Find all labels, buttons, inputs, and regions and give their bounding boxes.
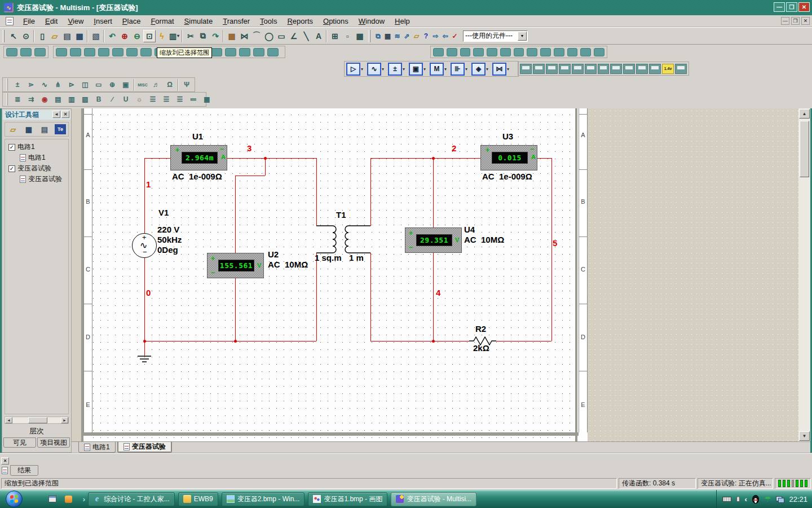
rf-family-button[interactable]: Ψ [180, 79, 193, 91]
quick-launch-app-icon[interactable] [47, 494, 58, 504]
in-use-component-button[interactable] [225, 48, 236, 56]
grapher-button[interactable]: ▥ [168, 30, 180, 42]
wire[interactable] [144, 158, 145, 233]
redo-button[interactable]: ↷ [209, 30, 222, 42]
microphone-icon[interactable] [736, 496, 740, 502]
wire[interactable] [235, 176, 265, 176]
wire[interactable] [227, 158, 316, 159]
project-bar-button[interactable]: ⧉ [373, 30, 383, 42]
chevron-down-icon[interactable]: ▾ [382, 67, 386, 72]
hierarchy-button[interactable]: ⊞ [329, 30, 341, 42]
qq-messenger-icon[interactable] [752, 495, 759, 503]
schematic-canvas[interactable]: ABCDE ABCDE + − A 2.964m U1 AC 1e-009Ω +… [72, 108, 810, 441]
in-use-component-button[interactable] [112, 48, 123, 56]
analog-family-button[interactable]: ⊳ [65, 79, 78, 91]
close-button[interactable]: ✕ [798, 2, 810, 12]
wire[interactable] [265, 158, 266, 176]
menu-item[interactable]: Window [354, 16, 390, 27]
taskbar-button[interactable]: 变压器2.bmp - Win... [222, 492, 305, 506]
select-tool-button[interactable]: ↖ [7, 30, 20, 42]
wire[interactable] [370, 253, 371, 341]
voltmeter-u4[interactable]: + − V 29.351 [405, 227, 462, 253]
in-use-component-button[interactable] [20, 48, 32, 56]
toolbar-grip[interactable] [369, 30, 370, 42]
in-use-component-button[interactable] [567, 48, 578, 56]
color-wheel-button[interactable]: ☼ [133, 94, 146, 106]
transistor-family-button[interactable]: ⋔ [51, 79, 65, 91]
bold-button[interactable]: B [92, 94, 105, 106]
ground-symbol[interactable] [136, 356, 152, 365]
mdi-restore-button[interactable]: ❐ [791, 17, 800, 25]
erc-button[interactable]: ✓ [450, 30, 460, 42]
in-use-component-button[interactable] [540, 48, 551, 56]
chevron-down-icon[interactable]: ▾ [361, 67, 365, 72]
family-sources-button[interactable]: ▷ [346, 63, 360, 76]
scroll-right-icon[interactable]: ► [61, 417, 68, 423]
in-use-component-button[interactable] [34, 48, 46, 56]
in-use-component-button[interactable] [460, 48, 471, 56]
toolbar-grip[interactable] [7, 93, 8, 106]
in-use-component-button[interactable] [447, 48, 457, 56]
paste-button[interactable]: ▧ [90, 30, 102, 42]
in-use-component-button[interactable] [594, 48, 604, 56]
wire[interactable] [316, 253, 317, 341]
menu-item[interactable]: Help [390, 16, 415, 27]
in-use-component-button[interactable] [253, 48, 264, 56]
flow-button[interactable]: ⇉ [24, 94, 38, 106]
clipboard-button[interactable]: ▥ [65, 94, 78, 106]
word-generator-button[interactable] [610, 64, 622, 74]
diode-family-button[interactable]: ⋗ [24, 79, 38, 91]
separator[interactable] [102, 30, 106, 42]
in-use-component-button[interactable] [211, 48, 222, 56]
align-text-button[interactable]: ≣ [11, 94, 24, 106]
save-button[interactable]: ▦ [73, 30, 86, 42]
minimize-button[interactable]: — [774, 2, 785, 12]
in-use-component-button[interactable] [514, 48, 524, 56]
separator[interactable] [222, 30, 226, 42]
undo-button[interactable]: ↶ [106, 30, 118, 42]
ammeter-u1[interactable]: + − A 2.964m [170, 145, 227, 170]
toolbox-tab[interactable]: 可见 [3, 437, 36, 448]
text-button[interactable]: A [312, 30, 325, 42]
wire[interactable] [370, 341, 469, 341]
in-use-component-button[interactable] [580, 48, 591, 56]
taskbar-button[interactable]: 综合讨论 - 工控人家... [88, 492, 175, 506]
wattmeter-button[interactable] [546, 64, 558, 74]
zoom-out-button[interactable]: ⊖ [131, 30, 143, 42]
tree-item-icon[interactable] [8, 165, 15, 172]
database-button[interactable]: ≋ [392, 30, 402, 42]
toolbox-tab[interactable]: 项目视图 [37, 437, 70, 448]
in-use-component-button[interactable] [500, 48, 511, 56]
menu-item[interactable]: Reports [282, 16, 318, 27]
run-simulation-button[interactable]: ϟ [156, 30, 168, 42]
chevron-down-icon[interactable]: ▾ [403, 67, 407, 72]
align-right-button[interactable]: ☰ [173, 94, 187, 106]
network-analyzer-button[interactable] [675, 64, 687, 74]
copy-button[interactable]: ⧉ [197, 30, 209, 42]
power-source-family-button[interactable]: ± [11, 79, 24, 91]
tree-item[interactable]: 变压器试验 [5, 163, 68, 174]
oscilloscope-button[interactable] [559, 64, 571, 74]
list-button[interactable]: ≔ [187, 94, 200, 106]
in-use-component-button[interactable] [527, 48, 537, 56]
ac-source-v1[interactable]: + ∿ − [132, 233, 157, 258]
selection-rect-button[interactable]: ▫ [341, 30, 354, 42]
in-use-list-combobox[interactable]: ---使用的元件--- ▾ [463, 30, 528, 42]
menu-item[interactable]: Options [318, 16, 354, 27]
in-use-component-button[interactable] [487, 48, 497, 56]
antivirus-umbrella-icon[interactable]: ☂ [764, 494, 771, 503]
in-use-component-button[interactable] [267, 48, 279, 56]
wire[interactable] [551, 158, 552, 341]
titleblock-button[interactable]: ▦ [354, 30, 366, 42]
in-use-component-button[interactable] [473, 48, 484, 56]
menu-item[interactable]: Format [145, 16, 179, 27]
back-annotate-button[interactable]: ⇦ [440, 30, 450, 42]
four-channel-scope-button[interactable] [572, 64, 584, 74]
taskbar-button[interactable]: 变压器试验 - Multisi... [391, 492, 476, 506]
chevron-down-icon[interactable]: ▾ [423, 67, 428, 72]
separator[interactable] [32, 30, 36, 42]
start-button[interactable] [6, 491, 23, 507]
document-tab[interactable]: 电路1 [78, 442, 116, 453]
quick-launch-media-icon[interactable] [63, 494, 73, 504]
network-icon[interactable] [776, 496, 784, 502]
